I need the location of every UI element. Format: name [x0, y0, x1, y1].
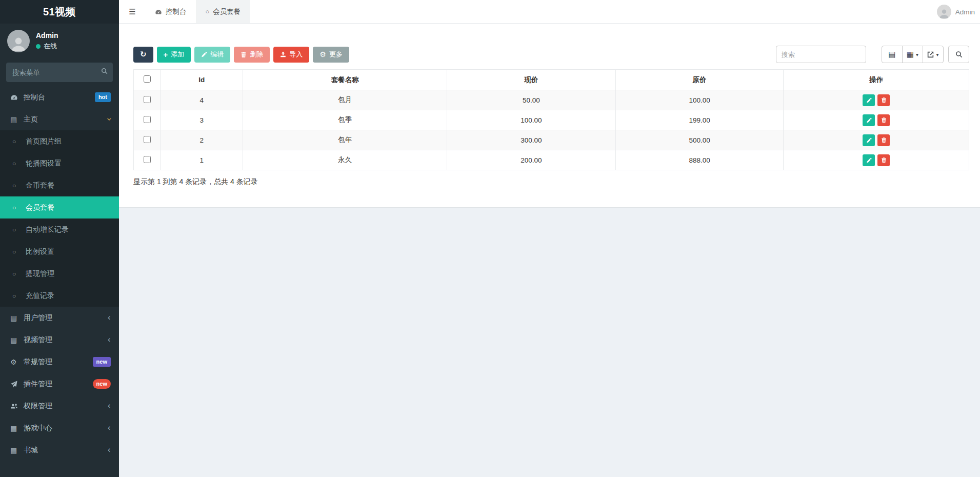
row-delete-button[interactable]: [877, 134, 890, 146]
new-badge: new: [93, 357, 111, 366]
list-icon: ▤: [10, 115, 24, 124]
circle-o-icon: ○: [12, 226, 26, 233]
add-button[interactable]: + 添加: [157, 47, 191, 63]
pencil-icon: [201, 51, 207, 57]
home-submenu: ○ 首页图片组 ○ 轮播图设置 ○ 金币套餐 ○ 会员套餐 ○ 自动增长记录: [0, 130, 119, 307]
row-checkbox[interactable]: [144, 96, 151, 103]
paper-plane-icon: [10, 381, 24, 388]
sidebar-item-carousel-settings[interactable]: ○ 轮播图设置: [0, 152, 119, 174]
caret-down-icon: ▾: [916, 52, 918, 57]
cell-name: 永久: [243, 150, 447, 170]
sidebar-item-withdraw-manage[interactable]: ○ 提现管理: [0, 263, 119, 285]
cell-price: 100.00: [447, 110, 615, 130]
circle-o-icon: ○: [12, 138, 26, 145]
trash-icon: [241, 51, 247, 58]
circle-o-icon: ○: [12, 182, 26, 189]
sidebar-toggle-icon[interactable]: ☰: [119, 0, 146, 23]
column-header-original[interactable]: 原价: [615, 70, 783, 90]
edit-button[interactable]: 编辑: [194, 47, 230, 63]
tab-label: 会员套餐: [213, 7, 241, 16]
row-delete-button[interactable]: [877, 94, 890, 106]
row-checkbox[interactable]: [144, 136, 151, 143]
tab-dashboard[interactable]: 控制台: [146, 0, 196, 23]
select-all-checkbox[interactable]: [144, 75, 151, 83]
row-checkbox[interactable]: [144, 156, 151, 163]
column-header-price[interactable]: 现价: [447, 70, 615, 90]
refresh-icon: ↻: [140, 50, 147, 59]
sidebar: 51视频 Admin 在线: [0, 0, 119, 477]
list-icon: ▤: [10, 446, 24, 454]
sidebar-item-dashboard[interactable]: 控制台 hot: [0, 86, 119, 108]
cell-name: 包季: [243, 110, 447, 130]
table-header-row: Id 套餐名称 现价 原价 操作: [134, 70, 969, 90]
person-icon: [938, 8, 950, 19]
cell-original: 100.00: [615, 90, 783, 110]
more-button[interactable]: ⚙ 更多: [313, 47, 349, 63]
sidebar-item-video-manage[interactable]: ▤ 视频管理 ‹: [0, 329, 119, 351]
cell-name: 包年: [243, 130, 447, 150]
menu-search-input[interactable]: [6, 63, 113, 82]
detail-view-button[interactable]: ▤: [882, 46, 903, 63]
sidebar-item-recharge-log[interactable]: ○ 充值记录: [0, 285, 119, 307]
table-row[interactable]: 1 永久 200.00 888.00: [134, 150, 969, 170]
cell-original: 500.00: [615, 130, 783, 150]
row-edit-button[interactable]: [863, 114, 875, 126]
sidebar-item-permission-manage[interactable]: 权限管理 ‹: [0, 395, 119, 417]
circle-o-icon: ○: [12, 248, 26, 255]
upload-icon: [280, 51, 286, 57]
sidebar-item-book-city[interactable]: ▤ 书城 ‹: [0, 439, 119, 461]
cogs-icon: ⚙: [10, 358, 24, 366]
circle-o-icon: ○: [12, 160, 26, 167]
sidebar-item-auto-growth-log[interactable]: ○ 自动增长记录: [0, 218, 119, 241]
table-search-input[interactable]: [776, 46, 866, 63]
cell-price: 200.00: [447, 150, 615, 170]
column-header-actions: 操作: [784, 70, 969, 90]
column-header-name[interactable]: 套餐名称: [243, 70, 447, 90]
sidebar-item-general-manage[interactable]: ⚙ 常规管理 new: [0, 351, 119, 373]
app-title[interactable]: 51视频: [0, 0, 119, 24]
table-row[interactable]: 2 包年 300.00 500.00: [134, 130, 969, 150]
sidebar-item-game-center[interactable]: ▤ 游戏中心 ‹: [0, 417, 119, 439]
cell-price: 300.00: [447, 130, 615, 150]
refresh-button[interactable]: ↻: [133, 47, 153, 63]
sidebar-item-member-packages[interactable]: ○ 会员套餐: [0, 196, 119, 218]
row-delete-button[interactable]: [877, 154, 890, 166]
sidebar-item-home[interactable]: ▤ 主页 ‹: [0, 108, 119, 130]
topbar-user-name: Admin: [955, 8, 975, 16]
sidebar-item-ratio-settings[interactable]: ○ 比例设置: [0, 241, 119, 263]
tachometer-icon: [155, 8, 162, 15]
cell-price: 50.00: [447, 90, 615, 110]
import-button[interactable]: 导入: [273, 47, 309, 63]
main-area: ☰ 控制台 ○ 会员套餐 Admin: [119, 0, 980, 477]
row-delete-button[interactable]: [877, 114, 890, 126]
tab-member-packages[interactable]: ○ 会员套餐: [196, 0, 251, 23]
delete-button[interactable]: 删除: [234, 47, 270, 63]
topbar-user-menu[interactable]: Admin: [937, 0, 975, 24]
sidebar-item-user-manage[interactable]: ▤ 用户管理 ‹: [0, 307, 119, 329]
cell-id: 4: [161, 90, 243, 110]
trash-icon: [881, 117, 887, 123]
row-edit-button[interactable]: [863, 94, 875, 106]
sidebar-item-home-images[interactable]: ○ 首页图片组: [0, 130, 119, 152]
hot-badge: hot: [95, 92, 111, 102]
chevron-down-icon: ‹: [105, 117, 113, 121]
export-dropdown-button[interactable]: ▾: [923, 46, 944, 63]
row-edit-button[interactable]: [863, 134, 875, 146]
search-icon: [955, 51, 963, 58]
column-header-id[interactable]: Id: [161, 70, 243, 90]
person-icon: [10, 35, 27, 52]
search-toggle-button[interactable]: [948, 46, 969, 63]
view-button-group: ▤ ▦ ▾ ▾: [882, 46, 944, 63]
user-status: 在线: [36, 42, 58, 51]
sidebar-item-plugin-manage[interactable]: 插件管理 new: [0, 373, 119, 395]
columns-dropdown-button[interactable]: ▦ ▾: [902, 46, 923, 63]
plus-icon: +: [164, 50, 168, 59]
search-icon: [101, 68, 108, 76]
row-edit-button[interactable]: [863, 154, 875, 166]
table-row[interactable]: 3 包季 100.00 199.00: [134, 110, 969, 130]
grid-icon: ▦: [907, 50, 914, 59]
toolbar: ↻ + 添加 编辑 删除: [133, 46, 969, 63]
sidebar-item-coin-packages[interactable]: ○ 金币套餐: [0, 174, 119, 196]
row-checkbox[interactable]: [144, 116, 151, 123]
table-row[interactable]: 4 包月 50.00 100.00: [134, 90, 969, 110]
